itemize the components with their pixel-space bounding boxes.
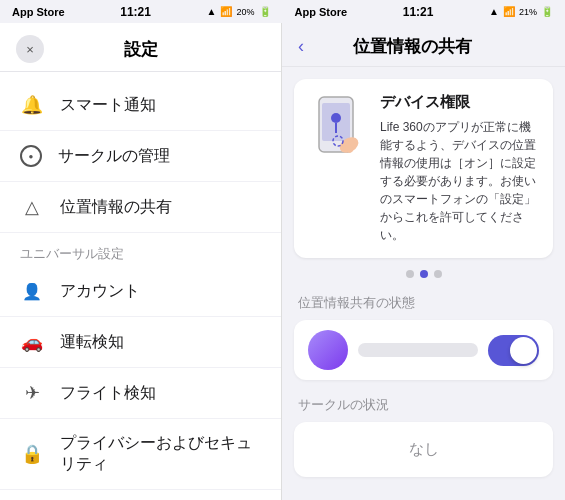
bell-icon: 🔔 [20, 94, 44, 116]
location-icon: △ [20, 196, 44, 218]
permission-description: Life 360のアプリが正常に機能するよう、デバイスの位置情報の使用は［オン］… [380, 118, 539, 244]
location-content: デバイス権限 Life 360のアプリが正常に機能するよう、デバイスの位置情報の… [282, 67, 565, 500]
location-title: 位置情報の共有 [304, 35, 521, 58]
right-app-name: App Store [295, 6, 348, 18]
menu-item-drive-detection[interactable]: 🚗 運転検知 [0, 317, 281, 368]
dot-1 [406, 270, 414, 278]
settings-menu: 🔔 スマート通知 ● サークルの管理 △ 位置情報の共有 ユニバーサル設定 👤 … [0, 72, 281, 500]
menu-label-location-sharing: 位置情報の共有 [60, 197, 172, 218]
location-sharing-row [294, 320, 553, 380]
right-signal-icon: ▲ [489, 6, 499, 17]
circle-icon: ● [20, 145, 42, 167]
menu-label-circle-management: サークルの管理 [58, 146, 170, 167]
close-button[interactable]: × [16, 35, 44, 63]
device-permission-card: デバイス権限 Life 360のアプリが正常に機能するよう、デバイスの位置情報の… [294, 79, 553, 258]
permission-text-area: デバイス権限 Life 360のアプリが正常に機能するよう、デバイスの位置情報の… [380, 93, 539, 244]
user-name [358, 343, 478, 357]
dual-status-bar: App Store 11:21 ▲ 📶 20% 🔋 App Store 11:2… [0, 0, 565, 23]
left-app-name: App Store [12, 6, 65, 18]
left-status-icons: ▲ 📶 20% 🔋 [207, 6, 271, 17]
menu-label-smart-notification: スマート通知 [60, 95, 156, 116]
circle-status-section: なし [294, 422, 553, 477]
carousel-dots [294, 270, 553, 278]
menu-item-location-sharing[interactable]: △ 位置情報の共有 [0, 182, 281, 233]
menu-label-flight-detection: フライト検知 [60, 383, 156, 404]
menu-item-flight-detection[interactable]: ✈ フライト検知 [0, 368, 281, 419]
phone-illustration [308, 93, 368, 163]
menu-label-privacy-security: プライバシーおよびセキュリティ [60, 433, 261, 475]
screens-wrapper: × 設定 🔔 スマート通知 ● サークルの管理 △ 位置情報の共有 ユニバーサル… [0, 23, 565, 500]
right-status-bar: App Store 11:21 ▲ 📶 21% 🔋 [283, 0, 566, 23]
lock-icon: 🔒 [20, 443, 44, 465]
settings-title: 設定 [44, 38, 237, 61]
left-battery-icon: 🔋 [259, 6, 271, 17]
menu-item-privacy-security[interactable]: 🔒 プライバシーおよびセキュリティ [0, 419, 281, 490]
menu-label-account: アカウント [60, 281, 140, 302]
location-nav-bar: ‹ 位置情報の共有 [282, 23, 565, 67]
menu-item-smart-notification[interactable]: 🔔 スマート通知 [0, 80, 281, 131]
left-signal-icon: ▲ [207, 6, 217, 17]
left-battery: 20% [236, 7, 254, 17]
right-wifi-icon: 📶 [503, 6, 515, 17]
plane-icon: ✈ [20, 382, 44, 404]
location-section-label: 位置情報共有の状態 [294, 294, 553, 312]
dot-2 [420, 270, 428, 278]
circle-section-label: サークルの状況 [294, 396, 553, 414]
left-status-bar: App Store 11:21 ▲ 📶 20% 🔋 [0, 0, 283, 23]
car-icon: 🚗 [20, 331, 44, 353]
account-icon: 👤 [20, 282, 44, 301]
menu-label-drive-detection: 運転検知 [60, 332, 124, 353]
right-time: 11:21 [403, 5, 434, 19]
location-toggle[interactable] [488, 335, 539, 366]
settings-screen: × 設定 🔔 スマート通知 ● サークルの管理 △ 位置情報の共有 ユニバーサル… [0, 23, 282, 500]
menu-item-help[interactable]: ? ヘルプの記事 [0, 490, 281, 500]
universal-settings-header: ユニバーサル設定 [0, 233, 281, 267]
right-status-icons: ▲ 📶 21% 🔋 [489, 6, 553, 17]
right-battery: 21% [519, 7, 537, 17]
user-avatar [308, 330, 348, 370]
menu-item-account[interactable]: 👤 アカウント [0, 267, 281, 317]
left-time: 11:21 [120, 5, 151, 19]
menu-item-circle-management[interactable]: ● サークルの管理 [0, 131, 281, 182]
settings-nav-bar: × 設定 [0, 23, 281, 72]
dot-3 [434, 270, 442, 278]
right-battery-icon: 🔋 [541, 6, 553, 17]
svg-point-2 [331, 113, 341, 123]
left-wifi-icon: 📶 [220, 6, 232, 17]
location-sharing-screen: ‹ 位置情報の共有 [282, 23, 565, 500]
circle-status-value: なし [308, 432, 539, 467]
permission-title: デバイス権限 [380, 93, 539, 112]
phone-svg [311, 93, 366, 163]
